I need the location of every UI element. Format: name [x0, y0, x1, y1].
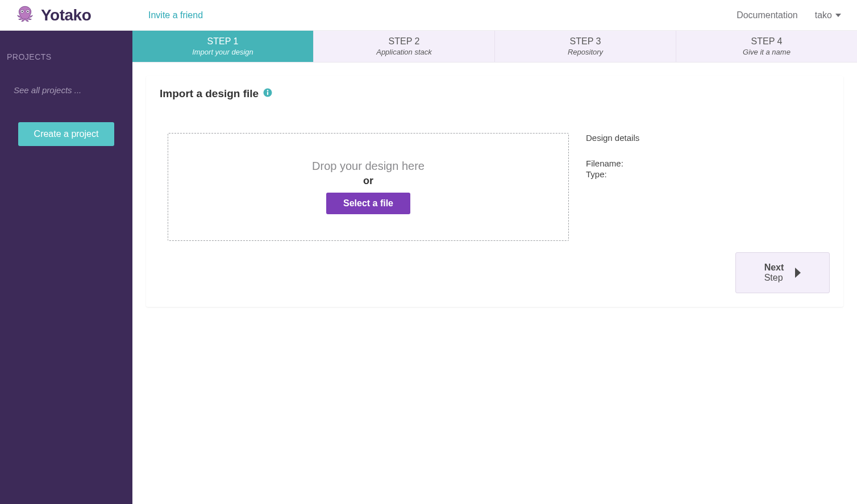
next-step-wrap: Next Step	[160, 252, 830, 293]
design-details: Design details Filename: Type:	[586, 133, 822, 180]
user-menu[interactable]: tako	[815, 10, 841, 20]
topbar: Invite a friend Documentation tako	[132, 0, 857, 31]
type-row: Type:	[586, 169, 822, 179]
step-subtitle: Import your design	[192, 48, 253, 56]
step-1[interactable]: STEP 1 Import your design	[132, 31, 314, 62]
octopus-icon	[14, 4, 36, 27]
or-text: or	[363, 175, 373, 187]
invite-friend-link[interactable]: Invite a friend	[148, 10, 203, 20]
step-4[interactable]: STEP 4 Give it a name	[676, 31, 857, 62]
step-2[interactable]: STEP 2 Application stack	[314, 31, 495, 62]
details-heading: Design details	[586, 133, 822, 143]
drop-text: Drop your design here	[312, 160, 425, 173]
filename-label: Filename:	[586, 159, 623, 168]
type-label: Type:	[586, 169, 607, 179]
card-title: Import a design file	[160, 88, 259, 100]
step-title: STEP 4	[751, 36, 783, 47]
next-step-labels: Next Step	[764, 263, 784, 283]
card: Import a design file Drop your design he…	[146, 76, 843, 307]
svg-point-3	[27, 10, 29, 12]
user-name: tako	[815, 10, 832, 20]
step-title: STEP 2	[389, 36, 420, 47]
next-step-button[interactable]: Next Step	[735, 252, 830, 293]
info-icon[interactable]	[263, 88, 272, 99]
file-dropzone[interactable]: Drop your design here or Select a file	[168, 133, 569, 241]
sidebar-heading: PROJECTS	[0, 31, 132, 61]
step-subtitle: Give it a name	[743, 48, 791, 56]
caret-down-icon	[835, 14, 841, 17]
select-file-button[interactable]: Select a file	[326, 193, 410, 214]
logo[interactable]: Yotako	[14, 4, 91, 27]
content: Import a design file Drop your design he…	[132, 63, 857, 504]
svg-point-5	[267, 90, 269, 91]
step-3[interactable]: STEP 3 Repository	[495, 31, 676, 62]
sidebar-see-all-projects[interactable]: See all projects ...	[0, 61, 132, 95]
main: Invite a friend Documentation tako STEP …	[132, 0, 857, 504]
steps-row: STEP 1 Import your design STEP 2 Applica…	[132, 31, 857, 63]
sidebar: Yotako PROJECTS See all projects ... Cre…	[0, 0, 132, 504]
brand-name: Yotako	[41, 6, 91, 24]
next-step-subtitle: Step	[764, 273, 784, 283]
create-project-button[interactable]: Create a project	[18, 122, 115, 146]
next-step-title: Next	[764, 263, 784, 273]
step-title: STEP 1	[207, 36, 239, 47]
svg-rect-6	[267, 92, 268, 95]
upload-row: Drop your design here or Select a file D…	[160, 133, 830, 241]
documentation-link[interactable]: Documentation	[737, 10, 798, 20]
step-subtitle: Repository	[568, 48, 603, 56]
filename-row: Filename:	[586, 159, 822, 168]
step-subtitle: Application stack	[376, 48, 432, 56]
card-header: Import a design file	[160, 88, 830, 100]
svg-point-2	[22, 10, 23, 12]
step-title: STEP 3	[570, 36, 601, 47]
chevron-right-icon	[795, 268, 801, 278]
logo-wrap: Yotako	[0, 0, 132, 31]
